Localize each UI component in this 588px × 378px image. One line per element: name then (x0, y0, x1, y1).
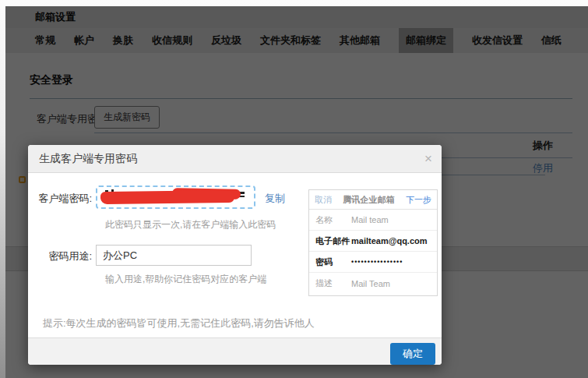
row-label: 密码 (315, 256, 351, 268)
row-value: •••••••••••••••• (351, 258, 403, 266)
generate-password-dialog: 生成客户端专用密码 × 客户端密码: 复制 此密码只显示一次,请在客户端输入此密… (28, 145, 442, 365)
client-password-label: 客户端密码: (28, 192, 92, 206)
client-preview-next-label: 下一步 (406, 194, 431, 206)
close-icon[interactable]: × (424, 145, 432, 172)
client-preview-cancel-label: 取消 (315, 194, 332, 206)
dialog-body: 客户端密码: 复制 此密码只显示一次,请在客户端输入此密码 密码用途: 输入用途… (28, 173, 442, 337)
password-note: 此密码只显示一次,请在客户端输入此密码 (105, 218, 276, 231)
client-preview-row-name: 名称 Mail team (309, 210, 437, 231)
row-label: 电子邮件 (315, 235, 351, 247)
row-label: 描述 (315, 277, 351, 289)
purpose-input[interactable] (96, 245, 252, 266)
redaction-scribble (100, 190, 234, 204)
dialog-tip: 提示:每次生成的密码皆可使用,无需记住此密码,请勿告诉他人 (43, 316, 315, 330)
purpose-label: 密码用途: (28, 249, 92, 263)
client-preview-row-password: 密码 •••••••••••••••• (309, 252, 437, 273)
row-value: Mail Team (351, 279, 390, 288)
confirm-button[interactable]: 确定 (390, 343, 435, 365)
client-preview-row-email: 电子邮件 mailteam@qq.com (309, 231, 437, 252)
dialog-title: 生成客户端专用密码 (39, 145, 137, 172)
client-preview-title: 腾讯企业邮箱 (343, 194, 395, 206)
screenshot-frame: 邮箱设置 常规 帐户 换肤 收信规则 反垃圾 文件夹和标签 其他邮箱 邮箱绑定 … (0, 0, 588, 378)
client-setup-preview: 取消 腾讯企业邮箱 下一步 名称 Mail team 电子邮件 mailteam… (308, 189, 438, 296)
copy-link[interactable]: 复制 (265, 192, 285, 206)
client-preview-row-description: 描述 Mail Team (309, 273, 437, 294)
purpose-note: 输入用途,帮助你记住密码对应的客户端 (105, 273, 266, 286)
client-preview-navbar: 取消 腾讯企业邮箱 下一步 (309, 190, 437, 210)
row-label: 名称 (315, 214, 351, 226)
row-value: Mail team (351, 215, 389, 224)
generated-password-box (96, 185, 255, 209)
row-value: mailteam@qq.com (351, 236, 428, 246)
dialog-footer: 确定 (28, 337, 442, 365)
dialog-header: 生成客户端专用密码 × (28, 145, 442, 173)
